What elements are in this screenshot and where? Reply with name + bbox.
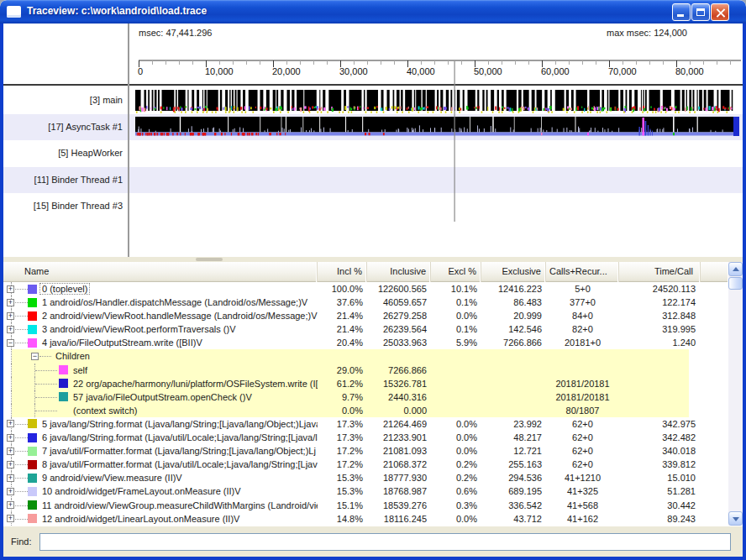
incl-pct-cell: 15.1% — [318, 499, 367, 512]
color-swatch-icon — [28, 311, 37, 321]
row-name-cell: +2 android/view/ViewRoot.handleMessage (… — [3, 309, 318, 322]
tree-line — [15, 302, 28, 303]
svg-text:60,000: 60,000 — [541, 66, 570, 76]
method-name: 10 android/widget/FrameLayout.onMeasure … — [42, 484, 241, 498]
time-per-call-cell: 342.482 — [619, 431, 701, 444]
tree-line — [35, 397, 57, 398]
excl-pct-cell: 0.0% — [431, 444, 481, 458]
table-row[interactable]: +0 (toplevel)100.0%122600.56510.1%12416.… — [3, 282, 728, 296]
table-row[interactable]: +11 android/view/ViewGroup.measureChildW… — [3, 499, 728, 512]
titlebar[interactable]: Traceview: c:\work\android\load.trace — [0, 0, 746, 24]
table-row[interactable]: 57 java/io/FileOutputStream.openCheck ()… — [3, 390, 728, 404]
expand-toggle[interactable]: + — [7, 299, 14, 306]
table-row[interactable]: −4 java/io/FileOutputStream.write ([BII)… — [3, 336, 728, 349]
calls-cell: 84+0 — [546, 309, 619, 322]
excl-pct-cell: 0.6% — [431, 484, 481, 498]
method-name: 3 android/view/ViewRoot.performTraversal… — [42, 322, 235, 336]
calls-cell: 5+0 — [546, 282, 619, 296]
expand-toggle[interactable]: − — [7, 339, 14, 347]
expand-toggle[interactable]: + — [7, 434, 14, 442]
expand-toggle[interactable]: + — [7, 461, 14, 468]
table-row[interactable]: +5 java/lang/String.format (Ljava/lang/S… — [3, 417, 728, 431]
table-row[interactable]: +7 java/util/Formatter.format (Ljava/lan… — [3, 444, 728, 458]
table-row[interactable]: +6 java/lang/String.format (Ljava/util/L… — [3, 431, 728, 444]
col-header-incl-pct[interactable]: Incl % — [318, 262, 367, 282]
table-row[interactable]: (context switch)0.0%0.00080/1807 — [3, 404, 728, 417]
color-swatch-icon — [28, 514, 37, 523]
expand-toggle[interactable]: + — [7, 488, 14, 495]
inclusive-cell: 26279.258 — [367, 309, 431, 322]
maximize-button[interactable] — [691, 3, 710, 21]
exclusive-cell: 336.542 — [481, 499, 546, 512]
timeline-panel[interactable]: msec: 47,441.296 max msec: 124,000 [3] m… — [3, 24, 743, 257]
tree-line — [15, 289, 28, 290]
expand-toggle[interactable]: + — [7, 326, 14, 333]
time-per-call-cell: 340.018 — [619, 444, 701, 458]
table-row[interactable]: +2 android/view/ViewRoot.handleMessage (… — [3, 309, 728, 322]
scrollbar-thumb[interactable] — [728, 277, 743, 290]
incl-pct-cell: 14.8% — [318, 512, 367, 526]
table-row[interactable]: self29.0%7266.866 — [3, 364, 728, 377]
table-row[interactable]: +10 android/widget/FrameLayout.onMeasure… — [3, 484, 728, 498]
col-header-exclusive[interactable]: Exclusive — [481, 262, 546, 282]
scroll-down-button[interactable] — [728, 511, 743, 526]
col-header-filler — [701, 262, 728, 282]
col-header-inclusive[interactable]: Inclusive — [367, 262, 431, 282]
method-name: 11 android/view/ViewGroup.measureChildWi… — [42, 499, 318, 512]
color-swatch-icon — [28, 285, 37, 294]
find-bar: Find: — [3, 526, 743, 557]
svg-text:80,000: 80,000 — [675, 66, 704, 76]
table-row[interactable]: 22 org/apache/harmony/luni/platform/OSFi… — [3, 377, 728, 390]
col-header-calls[interactable]: Calls+Recur... — [546, 262, 619, 282]
scroll-up-button[interactable] — [728, 262, 743, 276]
row-name-cell: +3 android/view/ViewRoot.performTraversa… — [3, 322, 318, 336]
expand-toggle[interactable]: + — [7, 312, 14, 320]
expand-toggle[interactable]: + — [7, 501, 14, 509]
svg-text:20,000: 20,000 — [272, 66, 301, 76]
row-name-cell: +0 (toplevel) — [3, 282, 318, 296]
vertical-scrollbar[interactable] — [728, 262, 743, 526]
method-name: 57 java/io/FileOutputStream.openCheck ()… — [73, 390, 252, 404]
col-header-excl-pct[interactable]: Excl % — [431, 262, 481, 282]
table-row[interactable]: +12 android/widget/LinearLayout.onMeasur… — [3, 512, 728, 526]
expand-toggle[interactable]: + — [7, 285, 14, 293]
minimize-button[interactable] — [672, 3, 691, 21]
exclusive-cell — [481, 404, 546, 417]
children-group-label: Children — [55, 349, 90, 363]
time-per-call-cell — [619, 364, 701, 377]
expand-toggle[interactable]: + — [7, 420, 14, 427]
table-row[interactable]: −Children — [3, 349, 728, 363]
col-header-name[interactable]: Name — [3, 262, 318, 282]
excl-pct-cell: 0.2% — [431, 458, 481, 471]
method-name: self — [73, 364, 87, 377]
svg-text:40,000: 40,000 — [407, 66, 435, 76]
calls-cell — [546, 349, 619, 363]
find-input[interactable] — [39, 533, 731, 551]
excl-pct-cell: 0.1% — [431, 296, 481, 309]
table-row[interactable]: +8 java/util/Formatter.format (Ljava/uti… — [3, 458, 728, 471]
row-name-cell: +6 java/lang/String.format (Ljava/util/L… — [3, 431, 318, 444]
svg-text:70,000: 70,000 — [608, 66, 637, 76]
color-swatch-icon — [28, 338, 37, 348]
incl-pct-cell: 0.0% — [318, 404, 367, 417]
exclusive-cell: 142.546 — [481, 322, 546, 336]
color-swatch-icon — [28, 298, 37, 307]
find-label: Find: — [11, 536, 31, 547]
expand-toggle[interactable]: + — [7, 474, 14, 482]
close-button[interactable] — [711, 3, 729, 21]
table-row[interactable]: +9 android/view/View.measure (II)V15.3%1… — [3, 471, 728, 484]
window-title: Traceview: c:\work\android\load.trace — [27, 5, 207, 17]
table-row[interactable]: +1 android/os/Handler.dispatchMessage (L… — [3, 296, 728, 309]
col-header-time-call[interactable]: Time/Call — [619, 262, 701, 282]
excl-pct-cell — [431, 390, 481, 404]
expand-toggle[interactable]: − — [31, 353, 39, 360]
inclusive-cell: 25033.963 — [367, 336, 431, 349]
table-row[interactable]: +3 android/view/ViewRoot.performTraversa… — [3, 322, 728, 336]
time-per-call-cell: 1.240 — [619, 336, 701, 349]
timeline-canvas[interactable]: 010,00020,00030,00040,00050,00060,00070,… — [3, 24, 743, 257]
expand-toggle[interactable]: + — [7, 447, 14, 455]
incl-pct-cell: 37.6% — [318, 296, 367, 309]
expand-toggle[interactable]: + — [7, 515, 14, 522]
exclusive-cell — [481, 349, 546, 363]
tree-line — [11, 349, 12, 363]
